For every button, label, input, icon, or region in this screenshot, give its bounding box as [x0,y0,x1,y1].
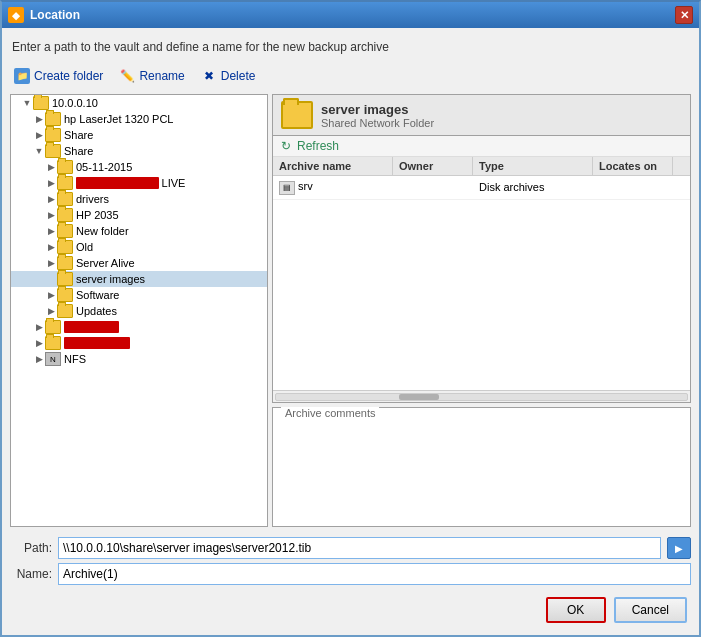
archive-comments-label: Archive comments [281,407,379,419]
folder-icon [45,320,61,334]
tree-item-newfolder[interactable]: ▶ New folder [11,223,267,239]
tree-item-root[interactable]: ▼ 10.0.0.10 [11,95,267,111]
folder-icon [57,288,73,302]
tree-item-old[interactable]: ▶ Old [11,239,267,255]
header-archive-name: Archive name [273,157,393,175]
expand-icon[interactable]: ▶ [45,305,57,317]
title-bar-left: ◆ Location [8,7,80,23]
tree-item-nfs[interactable]: ▶ N NFS [11,351,267,367]
delete-button[interactable]: ✖ Delete [197,66,260,86]
header-owner: Owner [393,157,473,175]
tree-item-redacted2[interactable]: ▶ xxxxxxxxxx [11,319,267,335]
archive-header: server images Shared Network Folder [272,94,691,135]
location-dialog: ◆ Location ✕ Enter a path to the vault a… [0,0,701,637]
folder-icon [57,208,73,222]
folder-icon [57,304,73,318]
tree-item-drivers[interactable]: ▶ drivers [11,191,267,207]
close-button[interactable]: ✕ [675,6,693,24]
expand-icon[interactable]: ▶ [45,161,57,173]
header-type: Type [473,157,593,175]
expand-icon[interactable]: ▶ [45,257,57,269]
tree-item-redacted3[interactable]: ▶ xxxxxxxxxxxx [11,335,267,351]
create-folder-icon: 📁 [14,68,30,84]
window-icon: ◆ [8,7,24,23]
folder-icon [57,240,73,254]
expand-icon[interactable]: ▶ [33,353,45,365]
cancel-button[interactable]: Cancel [614,597,687,623]
expand-icon[interactable]: ▶ [45,289,57,301]
row-archive-name: ▤srv [273,178,393,197]
toolbar: 📁 Create folder ✏️ Rename ✖ Delete [10,64,691,88]
expand-icon[interactable]: ▶ [45,177,57,189]
buttons-row: OK Cancel [10,591,691,627]
tree-item-hp2035[interactable]: ▶ HP 2035 [11,207,267,223]
folder-icon [57,272,73,286]
table-body: ▤srv Disk archives [273,176,690,390]
folder-icon [57,176,73,190]
expand-icon[interactable]: ▶ [33,321,45,333]
window-title: Location [30,8,80,22]
tree-item-share1[interactable]: ▶ Share [11,127,267,143]
table-scrollbar[interactable] [273,390,690,402]
rename-icon: ✏️ [119,68,135,84]
row-owner [393,185,473,189]
folder-tree[interactable]: ▼ 10.0.0.10 ▶ hp LaserJet 1320 PCL ▶ Sha… [10,94,268,527]
archive-type: Shared Network Folder [321,117,434,129]
tree-item-updates[interactable]: ▶ Updates [11,303,267,319]
tree-item-redacted1[interactable]: ▶ xxxxxxxxxxxxxxx LIVE [11,175,267,191]
instruction-text: Enter a path to the vault and define a n… [10,36,691,58]
bottom-fields: Path: Name: [10,533,691,585]
name-label: Name: [10,567,52,581]
expand-icon[interactable]: ▶ [33,337,45,349]
name-row: Name: [10,563,691,585]
tree-item-serverimages[interactable]: server images [11,271,267,287]
folder-icon [45,128,61,142]
main-content: ▼ 10.0.0.10 ▶ hp LaserJet 1320 PCL ▶ Sha… [10,94,691,527]
tree-item-serveralive[interactable]: ▶ Server Alive [11,255,267,271]
folder-icon [45,336,61,350]
right-panel: server images Shared Network Folder ↻ Re… [272,94,691,527]
tree-item-hplaser[interactable]: ▶ hp LaserJet 1320 PCL [11,111,267,127]
folder-icon [45,144,61,158]
archive-folder-icon [281,101,313,129]
expand-icon[interactable]: ▼ [33,145,45,157]
folder-icon [57,160,73,174]
expand-icon[interactable]: ▶ [45,241,57,253]
path-label: Path: [10,541,52,555]
title-bar: ◆ Location ✕ [2,2,699,28]
folder-icon [45,112,61,126]
tree-item-date[interactable]: ▶ 05-11-2015 [11,159,267,175]
folder-icon [33,96,49,110]
scrollbar-track[interactable] [275,393,688,401]
tree-item-share2[interactable]: ▼ Share [11,143,267,159]
nfs-icon: N [45,352,61,366]
scrollbar-thumb[interactable] [399,394,439,400]
expand-icon[interactable]: ▶ [33,129,45,141]
archive-header-text: server images Shared Network Folder [321,102,434,129]
expand-icon[interactable] [45,273,57,285]
expand-icon[interactable]: ▶ [33,113,45,125]
expand-icon[interactable]: ▼ [21,97,33,109]
table-row[interactable]: ▤srv Disk archives [273,176,690,200]
row-type: Disk archives [473,179,593,195]
path-go-button[interactable] [667,537,691,559]
table-header: Archive name Owner Type Locates on [273,157,690,176]
create-folder-button[interactable]: 📁 Create folder [10,66,107,86]
tree-item-software[interactable]: ▶ Software [11,287,267,303]
folder-icon [57,192,73,206]
delete-icon: ✖ [201,68,217,84]
expand-icon[interactable]: ▶ [45,225,57,237]
folder-icon [57,224,73,238]
refresh-button[interactable]: Refresh [297,139,339,153]
expand-icon[interactable]: ▶ [45,193,57,205]
rename-button[interactable]: ✏️ Rename [115,66,188,86]
archive-table: ↻ Refresh Archive name Owner Type Locate… [272,135,691,403]
folder-icon [57,256,73,270]
archive-comments-panel: Archive comments [272,407,691,527]
path-input[interactable] [58,537,661,559]
path-row: Path: [10,537,691,559]
row-locates [593,185,673,189]
expand-icon[interactable]: ▶ [45,209,57,221]
ok-button[interactable]: OK [546,597,606,623]
name-input[interactable] [58,563,691,585]
